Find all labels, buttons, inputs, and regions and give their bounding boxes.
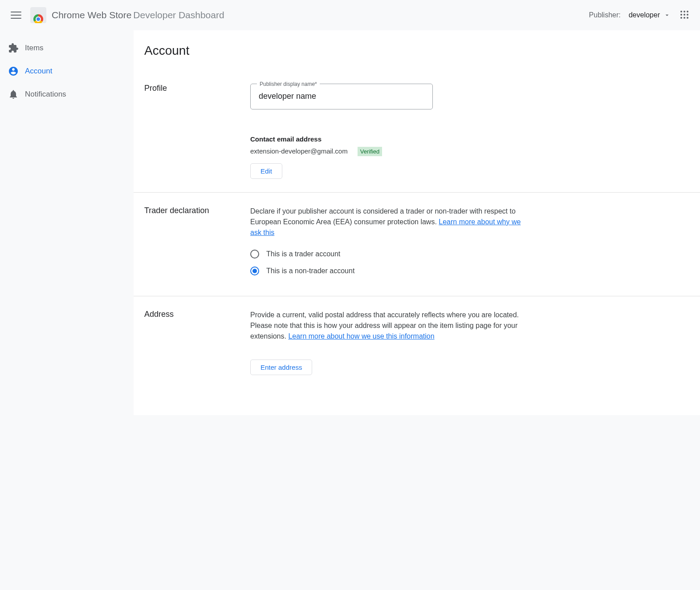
menu-button[interactable] [11,10,21,20]
radio-icon [250,250,259,259]
dropdown-icon [663,12,671,19]
display-name-label: Publisher display name* [257,80,320,88]
brand-title: Chrome Web StoreDeveloper Dashboard [52,10,224,20]
sidebar-item-account[interactable]: Account [0,60,128,83]
sidebar-item-items[interactable]: Items [0,36,128,60]
verified-badge: Verified [358,147,382,157]
radio-trader-account[interactable]: This is a trader account [250,249,526,259]
radio-label: This is a non-trader account [266,266,354,276]
sidebar-item-label: Notifications [25,90,66,99]
sidebar-item-notifications[interactable]: Notifications [0,83,128,106]
publisher-label: Publisher: [589,11,621,19]
contact-email-value: extension-developer@gmail.com [250,147,348,155]
section-heading-address: Address [144,310,250,375]
extension-icon [8,43,19,53]
section-heading-trader: Trader declaration [144,206,250,283]
radio-icon [250,267,259,275]
display-name-field[interactable]: Publisher display name* [250,84,433,109]
radio-nontrader-account[interactable]: This is a non-trader account [250,266,526,276]
sidebar-item-label: Items [25,44,44,53]
bell-icon [8,89,19,100]
radio-label: This is a trader account [266,249,340,259]
display-name-input[interactable] [259,92,424,101]
page-title: Account [144,44,689,58]
enter-address-button[interactable]: Enter address [250,360,312,375]
section-heading-profile: Profile [144,84,250,179]
google-apps-icon[interactable] [680,11,689,20]
contact-email-heading: Contact email address [250,134,526,145]
address-learn-more-link[interactable]: Learn more about how we use this informa… [288,332,434,340]
edit-email-button[interactable]: Edit [250,163,282,179]
publisher-select[interactable]: developer [629,11,671,19]
sidebar-item-label: Account [25,67,52,76]
chrome-web-store-logo [30,7,46,23]
account-icon [8,66,19,77]
